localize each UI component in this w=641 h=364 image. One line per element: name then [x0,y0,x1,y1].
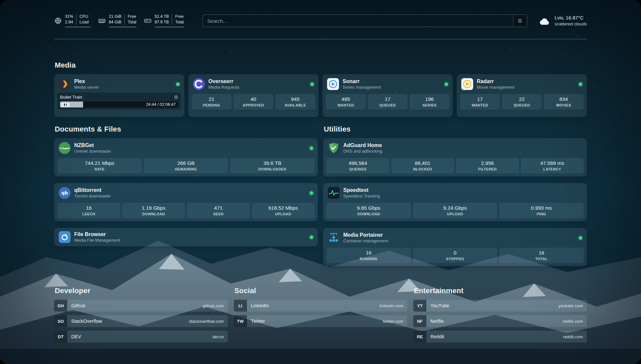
bookmark-name: Twitter [251,318,265,324]
search-input[interactable] [202,15,527,27]
cpu-label-1: CPU [79,14,89,19]
overseerr-icon [193,78,205,90]
app-name: AdGuard Home [343,142,382,148]
bookmark-abbr: RE [413,331,426,343]
bookmark-twitter[interactable]: TW Twitter twitter.com [234,315,408,327]
stat-label: SEED [213,212,224,216]
bookmark-linkedin[interactable]: LI LinkedIn linkedin.com [234,300,408,312]
app-card-adguard[interactable]: AdGuard Home DNS and adblocking 498,564 … [323,138,587,176]
app-subtitle: Series management [343,85,381,90]
app-subtitle: Container management [343,238,388,244]
stat-download: 9.65 Gbps DOWNLOAD [326,203,411,218]
stat-label: BLOCKED [413,167,432,171]
app-card-sonarr[interactable]: Sonarr Series management 485 WANTED 17 Q… [322,74,453,117]
weather-location: Lviv, 16.87°C [555,15,587,21]
gear-icon[interactable]: ⚙ [174,95,178,100]
stat-total: 16 TOTAL [499,248,584,263]
now-playing-title: Bullet Train [60,95,82,100]
ram-label-1: Free [128,14,136,19]
app-name: Media Portainer [343,232,388,238]
disk-total-value: 97.9 TB [155,19,169,25]
playback-progress-bar[interactable]: 24:44 / 02:06:47 [60,102,178,107]
app-card-qbittorrent[interactable]: qb qBittorrent Torrent downloader 16 [54,183,318,221]
bookmark-url: github.com [203,303,224,308]
app-card-portainer[interactable]: Media Portainer Container management 16 … [323,228,587,266]
app-card-radarr[interactable]: Radarr Movie management 17 WANTED 22 QUE… [457,74,587,117]
bookmark-youtube[interactable]: YT YouTube youtube.com [413,300,587,312]
bookmark-github[interactable]: GH Github github.com [54,300,228,312]
search-engine-button[interactable]: G [513,15,527,27]
dashboard-frame: 31% 2.94 CPU Load [0,0,641,364]
stat-ping: 0.993 ms PING [499,203,584,218]
app-name: Speedtest [343,187,380,193]
app-subtitle: Torrent downloader [74,194,111,199]
ram-labels: Free Total [124,14,136,25]
cloud-icon [538,16,551,26]
stat-pending: 21 PENDING [192,94,231,109]
stat-label: LEECH [82,212,95,216]
ram-total-value: 64 GiB [109,19,121,25]
app-card-plex[interactable]: Plex Media server Bullet Train ⚙ [54,74,184,117]
bookmark-abbr: DT [54,331,67,343]
section-developer: Developer GH Github github.com SO StackO… [54,287,228,346]
stat-value: 16 [86,205,92,211]
section-entertainment: Entertainment YT YouTube youtube.com NF … [413,287,587,346]
stat-value: 945 [291,96,300,102]
portainer-crane-icon [328,232,340,244]
section-title-social: Social [234,287,408,295]
stat-latency: 47.569 ms LATENCY [521,158,584,173]
status-dot [579,82,582,86]
stat-label: QUERIES [349,167,366,171]
ram-progress-bar [109,26,137,28]
app-card-speedtest[interactable]: Speedtest Speedtest Tracking 9.65 Gbps D… [323,183,587,221]
stat-value: 744.21 Mbps [85,160,114,166]
status-dot [310,191,313,195]
search-bar: G [202,15,527,27]
svg-text:qb: qb [61,190,68,196]
stat-upload: 9.24 Gbps UPLOAD [413,203,497,218]
ram-widget: 21 GiB 64 GiB Free Total [98,14,137,28]
status-dot [176,82,180,86]
stat-leech: 16 LEECH [57,203,120,218]
bookmark-stackoverflow[interactable]: SO StackOverflow stackoverflow.com [54,315,228,327]
stat-series: 196 SERIES [410,94,449,109]
playback-time: 24:44 / 02:06:47 [146,102,178,107]
stat-label: SERIES [422,103,437,107]
stat-blocked: 86,401 BLOCKED [391,158,454,173]
pause-button[interactable] [61,103,70,107]
cpu-values: 31% 2.94 [65,14,73,25]
app-card-overseerr[interactable]: Overseerr Media Requests 21 PENDING 40 A… [188,74,319,117]
stat-seed: 471 SEED [187,203,250,218]
bookmark-abbr: NF [413,315,426,327]
cpu-widget: 31% 2.94 CPU Load [54,14,91,28]
app-subtitle: Media server [74,85,99,90]
stat-label: APPROVED [243,103,264,107]
bookmark-dev[interactable]: DT DEV dev.to [54,331,228,343]
app-name: NZBGet [74,142,111,148]
section-title-utilities: Utilities [324,125,587,134]
stat-value: 1.19 Gbps [142,205,166,211]
disk-values: 52.4 TB 97.9 TB [155,14,169,25]
app-card-nzbget[interactable]: nzbget NZBGet Usenet downloader 744.21 M… [54,138,318,176]
bookmark-url: dev.to [212,334,224,339]
stat-queries: 498,564 QUERIES [326,158,389,173]
cpu-usage-value: 31% [65,14,73,19]
bookmark-netflix[interactable]: NF Netflix netflix.com [413,315,587,327]
app-card-filebrowser[interactable]: File Browser Media File Management [54,228,318,246]
bookmark-url: stackoverflow.com [189,319,224,324]
stat-approved: 40 APPROVED [233,94,273,109]
bookmark-reddit[interactable]: RE Reddit reddit.com [413,331,587,343]
disk-label-2: Total [175,19,184,25]
bookmark-abbr: TW [234,315,247,327]
stat-value: 0 [454,250,457,256]
sonarr-icon [327,78,339,90]
disk-widget: 52.4 TB 97.9 TB Free Total [144,14,184,28]
bookmark-name: StackOverflow [71,318,102,324]
bookmark-abbr: YT [413,300,426,312]
stat-wanted: 17 WANTED [460,94,500,109]
stat-value: 47.569 ms [540,160,564,166]
speedtest-pulse-icon [328,187,340,199]
stat-value: 22 [519,96,525,102]
bookmark-url: linkedin.com [380,303,403,308]
app-name: Radarr [477,78,514,84]
